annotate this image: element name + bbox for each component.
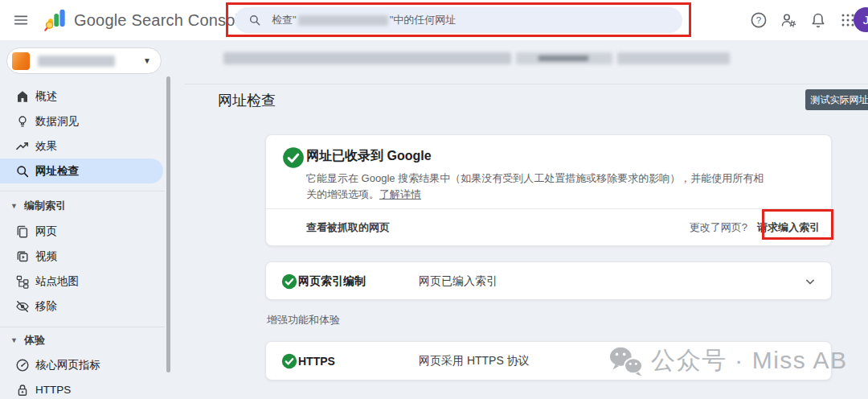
card-status: 网页已编入索引 xyxy=(419,262,497,301)
redacted-property-name xyxy=(298,15,388,26)
request-indexing-button[interactable]: 请求编入索引 xyxy=(757,220,820,235)
caret-down-icon: ▼ xyxy=(10,336,18,344)
view-crawled-page-link[interactable]: 查看被抓取的网页 xyxy=(306,220,390,235)
video-pages-icon xyxy=(14,249,31,265)
svg-text:?: ? xyxy=(756,15,761,25)
speedometer-icon xyxy=(14,357,31,373)
topbar-actions: ? xyxy=(749,0,868,40)
url-is-on-google-card: 网址已收录到 Google 它能显示在 Google 搜索结果中（如果没有受到人… xyxy=(265,134,832,246)
sidebar-section-indexing[interactable]: ▼ 编制索引 xyxy=(0,195,163,217)
sidebar-item-https[interactable]: HTTPS xyxy=(0,377,163,399)
learn-more-link[interactable]: 了解详情 xyxy=(379,188,421,200)
sidebar-item-performance[interactable]: 效果 xyxy=(0,134,163,158)
sidebar-divider xyxy=(0,191,165,191)
sidebar-item-videos[interactable]: 视频 xyxy=(0,244,163,269)
app-title: Google Search Console xyxy=(74,0,248,40)
success-check-icon xyxy=(281,353,297,369)
sidebar-item-removals[interactable]: 移除 xyxy=(0,294,163,319)
caret-down-icon: ▼ xyxy=(10,202,18,210)
card-divider xyxy=(266,208,831,209)
card-status: 网页采用 HTTPS 协议 xyxy=(419,342,530,380)
sidebar-item-sitemaps[interactable]: 站点地图 xyxy=(0,269,163,294)
trending-up-icon xyxy=(14,138,31,154)
changed-page-label: 更改了网页? xyxy=(690,220,747,235)
card-title: 网页索引编制 xyxy=(298,262,366,301)
google-search-console-window: Google Search Console 检查" "中的任何网址 ? xyxy=(0,0,868,399)
card-title: HTTPS xyxy=(298,342,335,380)
eye-off-icon xyxy=(14,298,31,315)
sidebar-item-core-web-vitals[interactable]: 核心网页指标 xyxy=(0,352,163,377)
search-icon xyxy=(248,13,262,27)
sidebar-divider xyxy=(0,327,165,327)
redacted-property-title xyxy=(38,56,115,67)
sidebar-section-experience[interactable]: ▼ 体验 xyxy=(0,329,163,352)
redacted-inspected-url xyxy=(223,52,730,64)
sidebar-item-url-inspection[interactable]: 网址检查 xyxy=(0,158,163,183)
sitemap-tree-icon xyxy=(14,274,31,290)
result-description: 它能显示在 Google 搜索结果中（如果没有受到人工处置措施或移除要求的影响）… xyxy=(306,171,768,203)
test-live-url-button[interactable]: 测试实际网址 xyxy=(805,89,868,110)
dropdown-caret-icon: ▼ xyxy=(143,56,151,65)
success-check-icon xyxy=(282,146,305,169)
property-selector[interactable]: ▼ xyxy=(6,47,162,74)
pages-copy-icon xyxy=(14,224,31,240)
user-settings-icon[interactable] xyxy=(779,10,798,30)
sidebar-item-pages[interactable]: 网页 xyxy=(0,219,163,244)
notifications-bell-icon[interactable] xyxy=(809,10,828,30)
search-icon xyxy=(14,163,31,179)
https-card[interactable]: HTTPS 网页采用 HTTPS 协议 xyxy=(265,341,832,380)
search-placeholder: 检查" "中的任何网址 xyxy=(272,13,456,27)
chevron-down-icon[interactable] xyxy=(802,274,818,290)
sidebar-item-overview[interactable]: 概述 xyxy=(0,84,163,109)
lock-icon xyxy=(14,382,31,398)
property-favicon xyxy=(12,52,30,70)
top-app-bar: Google Search Console 检查" "中的任何网址 ? xyxy=(0,0,868,40)
sidebar-scrollbar[interactable] xyxy=(166,76,170,372)
help-icon[interactable]: ? xyxy=(749,10,768,30)
success-check-icon xyxy=(281,274,297,290)
hamburger-menu-icon[interactable] xyxy=(10,9,32,31)
enhancements-section-label: 增强功能和体验 xyxy=(267,313,340,327)
result-title: 网址已收录到 Google xyxy=(306,148,432,165)
page-indexing-card[interactable]: 网页索引编制 网页已编入索引 xyxy=(265,261,832,300)
page-title: 网址检查 xyxy=(218,91,276,110)
home-icon xyxy=(14,88,31,105)
lightbulb-icon xyxy=(14,113,31,130)
search-console-logo-icon xyxy=(43,7,69,36)
sidebar-item-insights[interactable]: 数据洞见 xyxy=(0,109,163,134)
url-inspection-search-input[interactable]: 检查" "中的任何网址 xyxy=(235,7,682,33)
header-divider xyxy=(185,84,868,84)
